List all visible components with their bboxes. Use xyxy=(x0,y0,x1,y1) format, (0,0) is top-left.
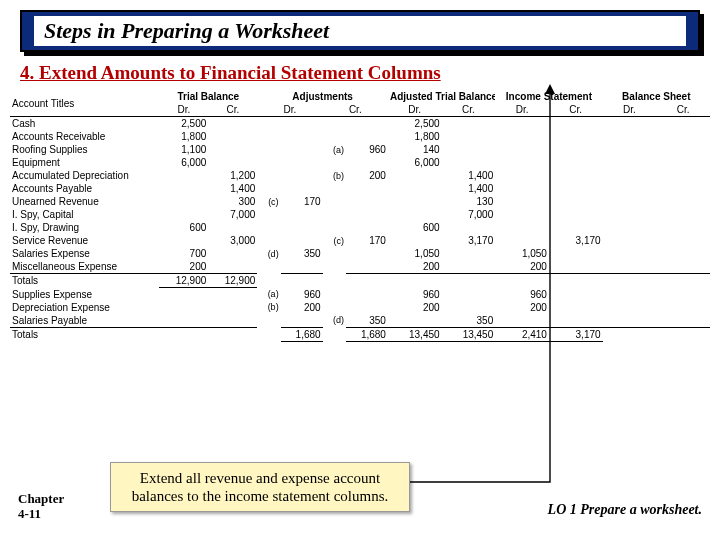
adj-dr xyxy=(281,221,323,234)
header-income-statement: Income Statement xyxy=(495,90,602,103)
tb-dr: 2,500 xyxy=(159,117,208,131)
adj-letter xyxy=(323,327,346,341)
adj-dr: 1,680 xyxy=(281,327,323,341)
adj-dr xyxy=(281,169,323,182)
learning-objective: LO 1 Prepare a worksheet. xyxy=(548,502,702,518)
atb-cr xyxy=(442,247,496,260)
tb-cr xyxy=(208,221,257,234)
adj-cr xyxy=(346,182,388,195)
adj-letter xyxy=(257,182,280,195)
atb-dr: 1,050 xyxy=(388,247,442,260)
is-cr: 3,170 xyxy=(549,234,603,247)
table-row: Accounts Receivable1,8001,800 xyxy=(10,130,710,143)
tb-dr xyxy=(159,182,208,195)
tb-cr xyxy=(208,143,257,156)
bs-dr xyxy=(603,195,657,208)
bs-dr xyxy=(603,221,657,234)
adj-dr xyxy=(281,274,323,288)
adj-letter xyxy=(323,221,346,234)
bs-cr xyxy=(656,247,710,260)
is-cr xyxy=(549,143,603,156)
atb-cr: 1,400 xyxy=(442,169,496,182)
sub-cr: Cr. xyxy=(442,103,496,117)
is-dr xyxy=(495,314,549,328)
atb-cr xyxy=(442,274,496,288)
tb-cr xyxy=(208,117,257,131)
adj-letter xyxy=(323,156,346,169)
adj-cr: 170 xyxy=(346,234,388,247)
header-account-titles: Account Titles xyxy=(10,90,159,117)
account-cell: I. Spy, Capital xyxy=(10,208,159,221)
adj-letter xyxy=(323,288,346,301)
adj-dr xyxy=(281,156,323,169)
adj-cr xyxy=(346,247,388,260)
adj-letter xyxy=(257,314,280,328)
tb-dr: 6,000 xyxy=(159,156,208,169)
table-row: Salaries Payable(d)350350 xyxy=(10,314,710,328)
is-dr xyxy=(495,182,549,195)
tb-dr xyxy=(159,327,208,341)
tb-dr: 1,100 xyxy=(159,143,208,156)
is-dr xyxy=(495,208,549,221)
adj-dr xyxy=(281,234,323,247)
bs-cr xyxy=(656,288,710,301)
adj-cr xyxy=(346,208,388,221)
slide-title: Steps in Preparing a Worksheet xyxy=(34,16,686,46)
atb-dr: 140 xyxy=(388,143,442,156)
account-cell: Roofing Supplies xyxy=(10,143,159,156)
adj-letter: (b) xyxy=(323,169,346,182)
table-row: I. Spy, Drawing600600 xyxy=(10,221,710,234)
tb-dr xyxy=(159,208,208,221)
sub-cr: Cr. xyxy=(549,103,603,117)
adj-letter xyxy=(257,260,280,274)
atb-dr xyxy=(388,195,442,208)
sub-cr: Cr. xyxy=(208,103,257,117)
worksheet-table: Account Titles Trial Balance Adjustments… xyxy=(10,90,710,342)
account-cell: Accounts Payable xyxy=(10,182,159,195)
atb-cr: 7,000 xyxy=(442,208,496,221)
adj-letter xyxy=(323,247,346,260)
is-dr xyxy=(495,156,549,169)
atb-dr xyxy=(388,208,442,221)
is-cr: 3,170 xyxy=(549,327,603,341)
adj-cr xyxy=(346,288,388,301)
tb-dr: 200 xyxy=(159,260,208,274)
table-row: Accounts Payable1,4001,400 xyxy=(10,182,710,195)
bs-cr xyxy=(656,327,710,341)
tb-cr xyxy=(208,314,257,328)
adj-dr xyxy=(281,208,323,221)
adj-letter: (c) xyxy=(323,234,346,247)
atb-cr xyxy=(442,301,496,314)
adj-letter xyxy=(257,130,280,143)
bs-cr xyxy=(656,234,710,247)
account-cell: Accumulated Depreciation xyxy=(10,169,159,182)
adj-cr xyxy=(346,117,388,131)
tb-cr: 12,900 xyxy=(208,274,257,288)
bs-dr xyxy=(603,117,657,131)
adj-letter xyxy=(323,130,346,143)
is-dr: 960 xyxy=(495,288,549,301)
sub-dr: Dr. xyxy=(159,103,208,117)
sub-dr: Dr. xyxy=(257,103,322,117)
atb-dr xyxy=(388,182,442,195)
adj-letter xyxy=(323,274,346,288)
bs-dr xyxy=(603,274,657,288)
account-cell: Salaries Payable xyxy=(10,314,159,328)
adj-cr xyxy=(346,301,388,314)
tb-dr: 1,800 xyxy=(159,130,208,143)
bs-dr xyxy=(603,327,657,341)
adj-letter xyxy=(323,208,346,221)
bs-cr xyxy=(656,156,710,169)
account-cell: Cash xyxy=(10,117,159,131)
tb-cr xyxy=(208,327,257,341)
is-cr xyxy=(549,221,603,234)
is-cr xyxy=(549,182,603,195)
bs-dr xyxy=(603,301,657,314)
is-dr xyxy=(495,169,549,182)
atb-dr: 13,450 xyxy=(388,327,442,341)
adj-cr xyxy=(346,274,388,288)
bs-cr xyxy=(656,221,710,234)
adj-dr xyxy=(281,117,323,131)
adj-letter: (d) xyxy=(257,247,280,260)
is-dr xyxy=(495,274,549,288)
